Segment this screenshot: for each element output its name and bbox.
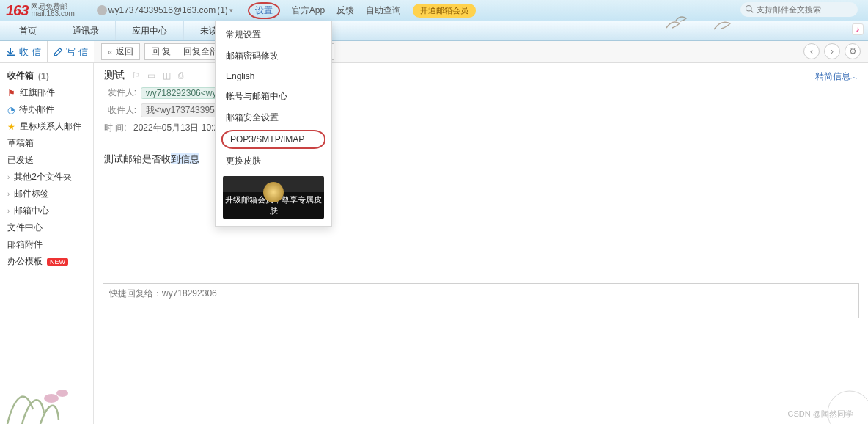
user-account[interactable]: wy17374339516@163.com (1) ▾ xyxy=(97,5,233,15)
chat-icon[interactable]: ◫ xyxy=(163,70,171,81)
nav-vip[interactable]: 开通邮箱会员 xyxy=(413,4,476,18)
chevron-up-icon: ︿ xyxy=(850,73,858,81)
search-icon xyxy=(745,4,754,15)
user-count: (1) xyxy=(217,5,228,15)
menu-skin[interactable]: 更换皮肤 xyxy=(216,150,331,172)
menu-english[interactable]: English xyxy=(216,67,331,86)
action-row: 收 信 写 信 « 返回 回 复 回复全部 ▾ 转 发 更 多 ▾ ‹ › ⚙ xyxy=(0,41,868,63)
chevron-right-icon: › xyxy=(7,207,10,215)
highlighted-text: 到信息 xyxy=(171,153,199,164)
coin-icon xyxy=(263,182,284,202)
simplify-toggle[interactable]: 精简信息︿ xyxy=(815,70,858,83)
sidebar-drafts[interactable]: 草稿箱 xyxy=(0,135,93,152)
sidebar-sent[interactable]: 已发送 xyxy=(0,152,93,169)
flag-icon: ⚑ xyxy=(7,88,15,98)
next-mail-button[interactable]: › xyxy=(824,43,840,59)
to-label: 收件人: xyxy=(104,104,136,117)
star-icon: ★ xyxy=(7,122,15,132)
receive-button[interactable]: 收 信 xyxy=(0,41,47,62)
svg-point-0 xyxy=(746,5,752,11)
quick-reply-input[interactable] xyxy=(109,288,853,299)
back-arrow-icon: « xyxy=(108,47,113,57)
search-input[interactable] xyxy=(757,5,845,14)
menu-account[interactable]: 帐号与邮箱中心 xyxy=(216,86,331,107)
menu-password[interactable]: 邮箱密码修改 xyxy=(216,45,331,67)
avatar-icon xyxy=(97,5,107,15)
tab-contacts[interactable]: 通讯录 xyxy=(56,21,116,40)
inbox-icon xyxy=(6,47,16,57)
menu-security[interactable]: 邮箱安全设置 xyxy=(216,107,331,128)
sidebar-file-center[interactable]: 文件中心 xyxy=(0,219,93,236)
header-nav: 设置 官方App 反馈 自助查询 开通邮箱会员 xyxy=(248,2,476,19)
header-search[interactable] xyxy=(740,2,858,17)
mail-toolbar: « 返回 回 复 回复全部 ▾ 转 发 更 多 ▾ ‹ › ⚙ xyxy=(94,41,868,62)
mail-subject: 测试 xyxy=(104,69,125,82)
prev-mail-button[interactable]: ‹ xyxy=(803,43,820,59)
sidebar-inbox[interactable]: 收件箱 (1) xyxy=(0,67,93,84)
clock-icon: ◔ xyxy=(7,105,15,115)
sidebar-flag[interactable]: ⚑ 红旗邮件 xyxy=(0,84,93,101)
compose-button[interactable]: 写 信 xyxy=(48,41,95,62)
svg-line-1 xyxy=(751,10,753,12)
main-grid: 收件箱 (1) ⚑ 红旗邮件 ◔ 待办邮件 ★ 星标联系人邮件 草稿箱 已发送 … xyxy=(0,63,868,424)
sidebar-attachments[interactable]: 邮箱附件 xyxy=(0,236,93,253)
skin-banner[interactable]: 升级邮箱会员，尊享专属皮肤 xyxy=(223,176,324,219)
tag-icon[interactable]: ▭ xyxy=(147,70,155,81)
flag-outline-icon[interactable]: ⚐ xyxy=(132,70,140,81)
user-email: wy17374339516@163.com xyxy=(108,5,216,15)
sidebar: 收件箱 (1) ⚑ 红旗邮件 ◔ 待办邮件 ★ 星标联系人邮件 草稿箱 已发送 … xyxy=(0,63,94,424)
mail-content: 测试 ⚐ ▭ ◫ ⎙ 发件人: wy718292306<wy718292306@… xyxy=(94,63,868,424)
main-tabs: 首页 通讯录 应用中心 未读邮件 xyxy=(0,21,868,41)
sidebar-tags[interactable]: › 邮件标签 xyxy=(0,186,93,202)
music-icon[interactable]: ♪ xyxy=(852,23,864,35)
logo: 163 网易免费邮 mail.163.com xyxy=(6,2,75,19)
pencil-icon xyxy=(53,47,63,57)
sidebar-templates[interactable]: 办公模板 NEW xyxy=(0,253,93,270)
sidebar-center[interactable]: › 邮箱中心 xyxy=(0,202,93,219)
reply-button[interactable]: 回 复 xyxy=(144,43,177,60)
gear-icon: ⚙ xyxy=(849,46,857,56)
logo-en: mail.163.com xyxy=(31,10,74,18)
nav-self-service[interactable]: 自助查询 xyxy=(366,4,401,17)
tab-apps[interactable]: 应用中心 xyxy=(116,21,184,40)
sidebar-starred[interactable]: ★ 星标联系人邮件 xyxy=(0,118,93,135)
settings-dropdown: 常规设置 邮箱密码修改 English 帐号与邮箱中心 邮箱安全设置 POP3/… xyxy=(215,21,332,227)
logo-163: 163 xyxy=(6,2,28,19)
app-header: 163 网易免费邮 mail.163.com wy17374339516@163… xyxy=(0,0,868,21)
nav-feedback[interactable]: 反馈 xyxy=(336,4,354,17)
pager-tools: ‹ › ⚙ xyxy=(803,43,861,59)
chevron-right-icon: › xyxy=(7,173,10,181)
left-actions: 收 信 写 信 xyxy=(0,41,94,62)
menu-general[interactable]: 常规设置 xyxy=(216,24,331,45)
nav-official-app[interactable]: 官方App xyxy=(292,4,325,17)
print-icon[interactable]: ⎙ xyxy=(178,70,183,81)
chevron-down-icon: ▾ xyxy=(229,7,233,14)
chevron-right-icon: › xyxy=(7,190,10,198)
sidebar-other-folders[interactable]: › 其他2个文件夹 xyxy=(0,169,93,186)
sidebar-todo[interactable]: ◔ 待办邮件 xyxy=(0,101,93,118)
tab-home[interactable]: 首页 xyxy=(0,21,56,40)
time-label: 时 间: xyxy=(104,123,127,133)
view-settings-button[interactable]: ⚙ xyxy=(845,43,861,59)
from-label: 发件人: xyxy=(104,87,136,99)
nav-settings[interactable]: 设置 xyxy=(248,2,280,19)
menu-pop3[interactable]: POP3/SMTP/IMAP xyxy=(221,130,326,149)
quick-reply[interactable] xyxy=(103,283,859,318)
watermark: CSDN @陶然同学 xyxy=(788,409,853,420)
back-button[interactable]: « 返回 xyxy=(101,43,140,60)
new-badge: NEW xyxy=(47,258,68,266)
